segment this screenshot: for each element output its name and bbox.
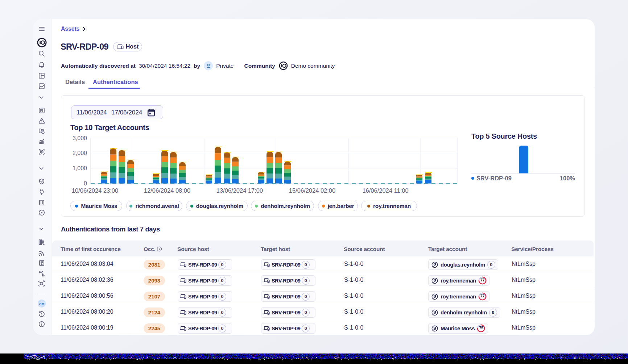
svg-text:15/06/2024 02:00: 15/06/2024 02:00 [289,187,335,194]
svg-text:13/06/2024 17:00: 13/06/2024 17:00 [216,187,263,194]
svg-text:SRV-RDP-09: SRV-RDP-09 [476,175,512,181]
svg-text:2,000: 2,000 [73,150,87,156]
svg-text:10/06/2024 23:00: 10/06/2024 23:00 [72,187,118,194]
svg-text:16/06/2024 11:00: 16/06/2024 11:00 [362,187,408,194]
svg-text:12/06/2024 08:00: 12/06/2024 08:00 [144,187,190,194]
svg-text:100%: 100% [560,175,575,181]
svg-text:0: 0 [84,180,87,187]
svg-text:3,000: 3,000 [73,135,87,141]
svg-text:1,000: 1,000 [73,165,87,171]
